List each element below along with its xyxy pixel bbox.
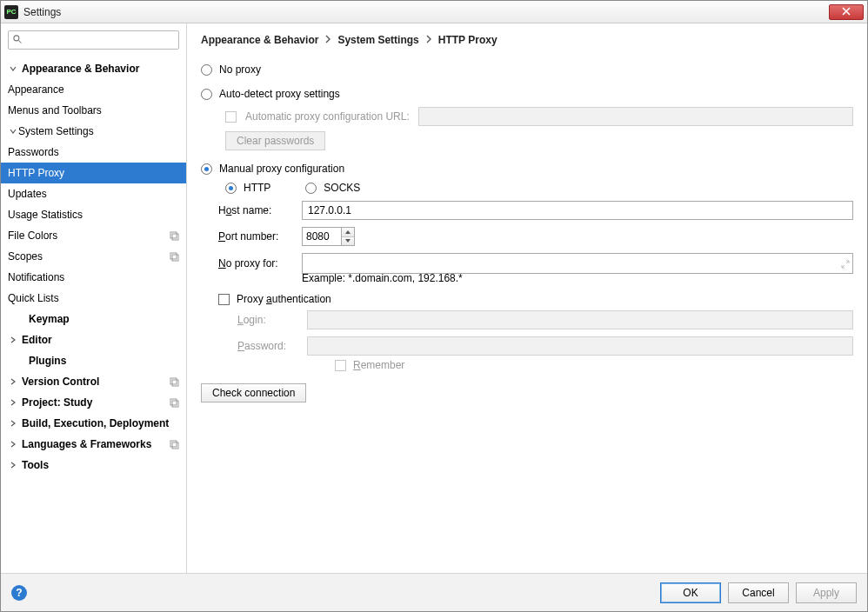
- tree-build-exec-deploy[interactable]: Build, Execution, Deployment: [1, 413, 186, 434]
- no-proxy-for-input[interactable]: [302, 253, 853, 274]
- checkbox-icon: [335, 360, 346, 371]
- tree-label: Editor: [22, 334, 179, 346]
- chevron-right-icon: [8, 441, 18, 448]
- tree-version-control[interactable]: Version Control: [1, 371, 186, 392]
- radio-row-auto-detect[interactable]: Auto-detect proxy settings: [201, 88, 853, 100]
- tree-editor[interactable]: Editor: [1, 329, 186, 350]
- search-input[interactable]: [23, 34, 175, 46]
- breadcrumb-item[interactable]: Appearance & Behavior: [201, 34, 318, 46]
- project-level-icon: [169, 397, 179, 408]
- remember-checkbox-row: Remember: [335, 359, 853, 371]
- radio-icon: [201, 64, 212, 76]
- port-input[interactable]: [302, 227, 342, 246]
- tree-label: Build, Execution, Deployment: [22, 417, 179, 429]
- help-button[interactable]: ?: [11, 585, 27, 601]
- svg-rect-11: [172, 442, 178, 449]
- tree-file-colors[interactable]: File Colors: [1, 225, 186, 246]
- radio-label: SOCKS: [324, 182, 360, 194]
- svg-rect-3: [172, 234, 178, 240]
- svg-rect-6: [170, 378, 177, 384]
- auto-url-input: [418, 107, 853, 126]
- spinner-buttons[interactable]: [342, 227, 355, 246]
- tree-label: System Settings: [18, 125, 179, 137]
- proxy-auth-checkbox-row[interactable]: Proxy authentication: [218, 293, 853, 305]
- proxy-auth-label: Proxy authentication: [237, 293, 331, 305]
- host-input[interactable]: [302, 201, 853, 220]
- sidebar: Appearance & Behavior Appearance Menus a…: [1, 23, 187, 573]
- spinner-up-icon[interactable]: [342, 228, 354, 237]
- spinner-down-icon[interactable]: [342, 237, 354, 246]
- radio-label: Manual proxy configuration: [219, 163, 344, 175]
- content-pane: Appearance & Behavior System Settings HT…: [187, 23, 867, 573]
- tree-http-proxy[interactable]: HTTP Proxy: [1, 163, 186, 183]
- radio-row-manual[interactable]: Manual proxy configuration: [201, 163, 853, 175]
- chevron-right-icon: [8, 378, 18, 385]
- ok-button[interactable]: OK: [660, 582, 721, 603]
- tree-label: Menus and Toolbars: [8, 104, 179, 116]
- chevron-down-icon: [8, 128, 18, 135]
- clear-passwords-button: Clear passwords: [225, 131, 325, 150]
- tree-label: Passwords: [8, 146, 179, 158]
- radio-row-socks[interactable]: SOCKS: [305, 182, 360, 194]
- close-button[interactable]: [829, 4, 864, 20]
- radio-label: Auto-detect proxy settings: [219, 88, 340, 100]
- settings-tree: Appearance & Behavior Appearance Menus a…: [1, 55, 186, 573]
- chevron-right-icon: [8, 420, 18, 427]
- tree-updates[interactable]: Updates: [1, 183, 186, 204]
- check-connection-button[interactable]: Check connection: [201, 383, 306, 402]
- tree-languages-frameworks[interactable]: Languages & Frameworks: [1, 434, 186, 455]
- tree-usage-statistics[interactable]: Usage Statistics: [1, 204, 186, 225]
- tree-label: Usage Statistics: [8, 209, 179, 221]
- search-box[interactable]: [8, 30, 179, 50]
- tree-system-settings[interactable]: System Settings: [1, 121, 186, 142]
- window-title: Settings: [23, 6, 829, 18]
- project-level-icon: [169, 230, 179, 241]
- svg-rect-4: [170, 253, 177, 259]
- port-label: Port number:: [218, 230, 293, 243]
- breadcrumb-item[interactable]: System Settings: [337, 34, 418, 46]
- radio-icon: [305, 183, 317, 194]
- tree-label: Appearance & Behavior: [22, 63, 179, 75]
- tree-project-study[interactable]: Project: Study: [1, 392, 186, 413]
- login-input: [307, 310, 853, 329]
- radio-icon: [201, 163, 212, 175]
- tree-label: Quick Lists: [8, 292, 179, 304]
- svg-rect-2: [170, 232, 177, 238]
- radio-row-http[interactable]: HTTP: [225, 182, 270, 194]
- tree-notifications[interactable]: Notifications: [1, 267, 186, 288]
- password-label: Password:: [237, 340, 298, 352]
- tree-label: Languages & Frameworks: [22, 438, 169, 450]
- no-proxy-for-label: No proxy for:: [218, 257, 293, 269]
- chevron-right-icon: [8, 399, 18, 406]
- cancel-button[interactable]: Cancel: [728, 582, 789, 603]
- tree-appearance-behavior[interactable]: Appearance & Behavior: [1, 58, 186, 79]
- tree-menus-toolbars[interactable]: Menus and Toolbars: [1, 100, 186, 121]
- close-icon: [841, 6, 851, 18]
- radio-row-no-proxy[interactable]: No proxy: [201, 63, 853, 76]
- tree-label: Keymap: [29, 313, 179, 325]
- tree-quick-lists[interactable]: Quick Lists: [1, 288, 186, 309]
- tree-label: Version Control: [22, 376, 169, 388]
- search-icon: [12, 34, 23, 47]
- tree-label: Plugins: [29, 355, 179, 367]
- tree-label: File Colors: [8, 230, 169, 242]
- tree-plugins[interactable]: Plugins: [1, 350, 186, 371]
- chevron-right-icon: [325, 34, 331, 46]
- tree-keymap[interactable]: Keymap: [1, 309, 186, 329]
- port-spinner[interactable]: [302, 227, 853, 246]
- tree-passwords[interactable]: Passwords: [1, 142, 186, 163]
- chevron-right-icon: [8, 462, 18, 469]
- tree-tools[interactable]: Tools: [1, 455, 186, 476]
- app-icon: PC: [4, 5, 18, 19]
- tree-scopes[interactable]: Scopes: [1, 246, 186, 267]
- tree-label: Project: Study: [22, 396, 169, 409]
- breadcrumb-item: HTTP Proxy: [438, 34, 497, 46]
- svg-rect-5: [172, 255, 178, 261]
- checkbox-icon: [218, 294, 230, 305]
- tree-label: Appearance: [8, 83, 179, 96]
- expand-icon[interactable]: [841, 259, 850, 271]
- host-label: Host name:: [218, 204, 293, 216]
- tree-appearance[interactable]: Appearance: [1, 79, 186, 100]
- login-label: Login:: [237, 314, 298, 326]
- svg-point-0: [14, 35, 19, 40]
